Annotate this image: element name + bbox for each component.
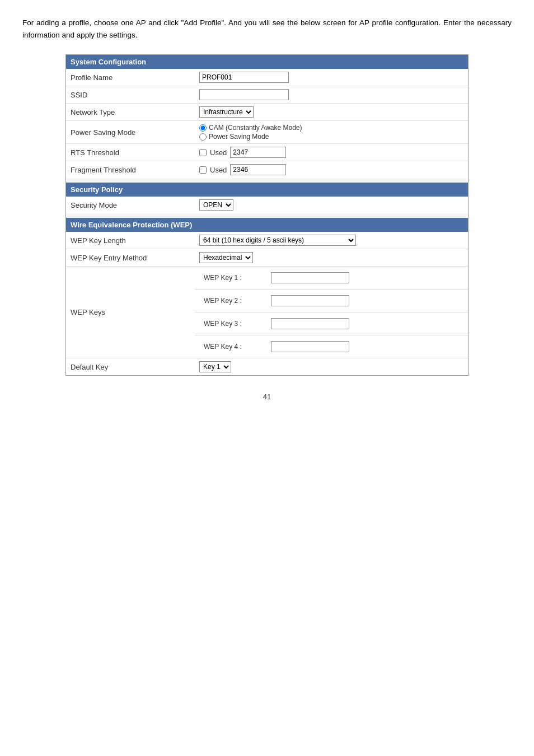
default-key-label: Default Key [66, 358, 195, 376]
wep-key1-row: WEP Keys WEP Key 1 : [66, 267, 468, 290]
wep-key-length-label: WEP Key Length [66, 232, 195, 249]
fragment-threshold-label: Fragment Threshold [66, 161, 195, 179]
wep-key3-input-cell [266, 315, 463, 332]
fragment-checkbox-row: Used [199, 164, 463, 175]
wep-key2-input-cell [266, 292, 463, 309]
wep-keys-label: WEP Keys [66, 267, 195, 358]
profile-name-label: Profile Name [66, 69, 195, 86]
wep-key1-label: WEP Key 1 : [199, 269, 266, 286]
rts-threshold-label: RTS Threshold [66, 144, 195, 161]
wep-key-length-row: WEP Key Length 64 bit (10 hex digits / 5… [66, 232, 468, 249]
security-mode-row: Security Mode OPEN WEP WPA WPA2 [66, 197, 468, 213]
security-policy-header: Security Policy [66, 183, 468, 197]
rts-used-label: Used [210, 148, 227, 157]
psm-label: Power Saving Mode [209, 133, 269, 141]
fragment-threshold-input[interactable] [230, 164, 286, 175]
cam-radio[interactable] [199, 124, 207, 132]
fragment-threshold-row: Fragment Threshold Used [66, 161, 468, 179]
network-type-value: Infrastructure Ad-hoc [195, 104, 468, 121]
power-saving-row: Power Saving Mode CAM (Constantly Awake … [66, 121, 468, 144]
wep-key4-cell: WEP Key 4 : [195, 335, 468, 358]
rts-threshold-row: RTS Threshold Used [66, 144, 468, 161]
spacer-2 [66, 213, 468, 218]
wep-key3-label: WEP Key 3 : [199, 315, 266, 332]
network-type-select[interactable]: Infrastructure Ad-hoc [199, 106, 254, 118]
rts-checkbox-row: Used [199, 147, 463, 158]
config-container: System Configuration Profile Name SSID N… [65, 54, 469, 376]
power-saving-radio-group: CAM (Constantly Awake Mode) Power Saving… [199, 124, 463, 141]
profile-name-row: Profile Name [66, 69, 468, 86]
wep-key1-input[interactable] [271, 272, 349, 283]
wep-key4-label: WEP Key 4 : [199, 338, 266, 355]
cam-label: CAM (Constantly Awake Mode) [209, 124, 302, 132]
wep-key4-inner-row: WEP Key 4 : [199, 338, 463, 355]
security-mode-select[interactable]: OPEN WEP WPA WPA2 [199, 199, 233, 211]
wep-key-length-select[interactable]: 64 bit (10 hex digits / 5 ascii keys) 12… [199, 235, 356, 246]
system-config-table: Profile Name SSID Network Type Infrastru… [66, 69, 468, 178]
wep-key2-inner-row: WEP Key 2 : [199, 292, 463, 309]
intro-paragraph: For adding a profile, choose one AP and … [22, 17, 512, 41]
page-number: 41 [22, 393, 512, 401]
default-key-select[interactable]: Key 1 Key 2 Key 3 Key 4 [199, 361, 231, 372]
profile-name-input[interactable] [199, 72, 289, 83]
default-key-row: Default Key Key 1 Key 2 Key 3 Key 4 [66, 358, 468, 376]
wep-key2-input[interactable] [271, 295, 349, 306]
spacer-1 [66, 178, 468, 183]
wep-key2-label: WEP Key 2 : [199, 292, 266, 309]
wep-entry-method-label: WEP Key Entry Method [66, 249, 195, 267]
wep-header: Wire Equivalence Protection (WEP) [66, 218, 468, 232]
network-type-label: Network Type [66, 104, 195, 121]
security-mode-label: Security Mode [66, 197, 195, 213]
cam-option[interactable]: CAM (Constantly Awake Mode) [199, 124, 463, 132]
rts-threshold-input[interactable] [230, 147, 286, 158]
psm-option[interactable]: Power Saving Mode [199, 133, 463, 141]
ssid-value [195, 86, 468, 104]
wep-key2-cell: WEP Key 2 : [195, 290, 468, 312]
wep-key1-input-cell [266, 269, 463, 286]
wep-entry-method-row: WEP Key Entry Method Hexadecimal ASCII [66, 249, 468, 267]
rts-threshold-value: Used [195, 144, 468, 161]
wep-entry-method-value: Hexadecimal ASCII [195, 249, 468, 267]
wep-key-length-value: 64 bit (10 hex digits / 5 ascii keys) 12… [195, 232, 468, 249]
security-policy-table: Security Mode OPEN WEP WPA WPA2 [66, 197, 468, 213]
psm-radio[interactable] [199, 133, 207, 141]
system-config-header: System Configuration [66, 55, 468, 69]
power-saving-value: CAM (Constantly Awake Mode) Power Saving… [195, 121, 468, 144]
ssid-input[interactable] [199, 89, 289, 100]
fragment-used-checkbox[interactable] [199, 166, 207, 174]
wep-table: WEP Key Length 64 bit (10 hex digits / 5… [66, 232, 468, 375]
wep-key1-inner-row: WEP Key 1 : [199, 269, 463, 286]
ssid-row: SSID [66, 86, 468, 104]
wep-key4-input-cell [266, 338, 463, 355]
wep-key4-input[interactable] [271, 341, 349, 352]
power-saving-label: Power Saving Mode [66, 121, 195, 144]
fragment-threshold-value: Used [195, 161, 468, 179]
wep-key3-inner-row: WEP Key 3 : [199, 315, 463, 332]
default-key-value: Key 1 Key 2 Key 3 Key 4 [195, 358, 468, 376]
rts-used-checkbox[interactable] [199, 149, 207, 156]
security-mode-value: OPEN WEP WPA WPA2 [195, 197, 468, 213]
wep-entry-method-select[interactable]: Hexadecimal ASCII [199, 252, 253, 263]
network-type-row: Network Type Infrastructure Ad-hoc [66, 104, 468, 121]
ssid-label: SSID [66, 86, 195, 104]
wep-key3-input[interactable] [271, 318, 349, 329]
wep-key3-cell: WEP Key 3 : [195, 312, 468, 335]
fragment-used-label: Used [210, 166, 227, 174]
profile-name-value [195, 69, 468, 86]
wep-key1-cell: WEP Key 1 : [195, 267, 468, 290]
